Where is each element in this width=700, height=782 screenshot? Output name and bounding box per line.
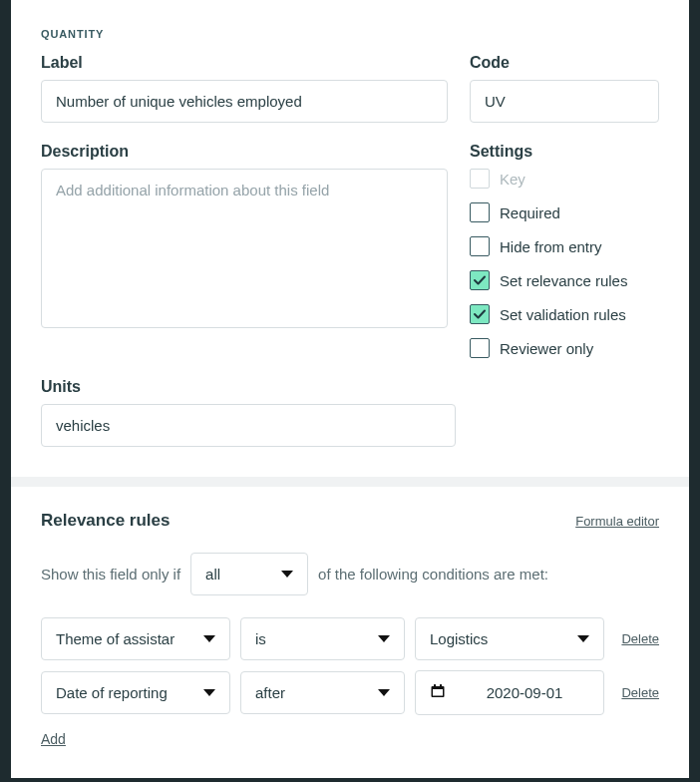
chevron-down-icon xyxy=(378,689,390,696)
chevron-down-icon xyxy=(577,635,589,642)
units-field-label: Units xyxy=(41,378,456,396)
condition-date-value: 2020-09-01 xyxy=(460,684,589,701)
code-field-label: Code xyxy=(470,54,659,72)
rules-sentence-pre: Show this field only if xyxy=(41,566,180,583)
setting-label: Key xyxy=(500,171,525,188)
condition-field-select[interactable]: Theme of assistar xyxy=(41,617,230,660)
setting-label: Set validation rules xyxy=(500,306,626,323)
description-field-label: Description xyxy=(41,143,448,161)
condition-operator-select-value: is xyxy=(255,630,266,647)
svg-rect-2 xyxy=(434,684,436,687)
setting-label: Set relevance rules xyxy=(500,272,627,289)
setting-row: Reviewer only xyxy=(470,338,659,358)
setting-checkbox[interactable] xyxy=(470,304,490,324)
setting-label: Required xyxy=(500,204,560,221)
setting-checkbox[interactable] xyxy=(470,338,490,358)
calendar-icon xyxy=(430,683,446,702)
chevron-down-icon xyxy=(281,571,293,578)
code-input[interactable] xyxy=(470,80,659,123)
formula-editor-link[interactable]: Formula editor xyxy=(575,514,659,529)
setting-row: Hide from entry xyxy=(470,236,659,256)
condition-value-select-value: Logistics xyxy=(430,630,488,647)
section-eyebrow: QUANTITY xyxy=(41,28,659,40)
condition-field-select[interactable]: Date of reporting xyxy=(41,671,230,714)
setting-checkbox[interactable] xyxy=(470,270,490,290)
setting-checkbox[interactable] xyxy=(470,202,490,222)
setting-row: Set validation rules xyxy=(470,304,659,324)
relevance-rules-title: Relevance rules xyxy=(41,511,170,531)
label-field-label: Label xyxy=(41,54,448,72)
chevron-down-icon xyxy=(203,689,215,696)
condition-operator-select[interactable]: after xyxy=(240,671,405,714)
delete-condition-link[interactable]: Delete xyxy=(621,685,659,700)
setting-checkbox[interactable] xyxy=(470,236,490,256)
setting-label: Reviewer only xyxy=(500,340,593,357)
condition-value-select[interactable]: Logistics xyxy=(415,617,604,660)
settings-heading: Settings xyxy=(470,143,659,161)
delete-condition-link[interactable]: Delete xyxy=(621,631,659,646)
condition-field-select-value: Theme of assistar xyxy=(56,630,175,647)
match-mode-select[interactable]: all xyxy=(190,553,308,595)
units-input[interactable] xyxy=(41,404,456,447)
condition-operator-select-value: after xyxy=(255,684,285,701)
condition-operator-select[interactable]: is xyxy=(240,617,405,660)
label-input[interactable] xyxy=(41,80,448,123)
section-divider xyxy=(11,477,689,487)
description-input[interactable] xyxy=(41,169,448,328)
svg-rect-3 xyxy=(440,684,442,687)
setting-row: Required xyxy=(470,202,659,222)
setting-row: Key xyxy=(470,169,659,189)
chevron-down-icon xyxy=(378,635,390,642)
setting-checkbox xyxy=(470,169,490,189)
condition-date-input[interactable]: 2020-09-01 xyxy=(415,670,604,715)
match-mode-value: all xyxy=(205,566,220,583)
setting-label: Hide from entry xyxy=(500,238,602,255)
add-condition-link[interactable]: Add xyxy=(41,731,66,747)
svg-rect-1 xyxy=(433,689,443,696)
setting-row: Set relevance rules xyxy=(470,270,659,290)
rules-sentence-post: of the following conditions are met: xyxy=(318,566,548,583)
chevron-down-icon xyxy=(203,635,215,642)
condition-field-select-value: Date of reporting xyxy=(56,684,168,701)
